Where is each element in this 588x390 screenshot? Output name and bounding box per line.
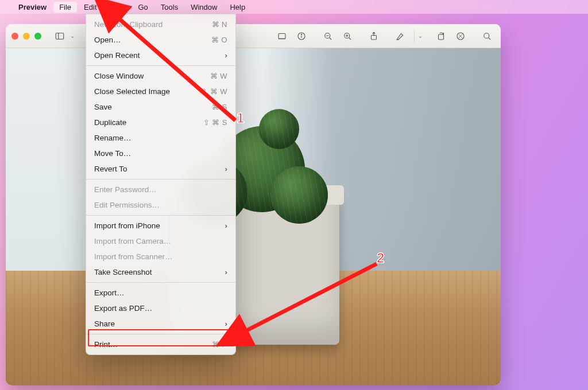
menu-item-shortcut: ⌘ O (211, 36, 227, 44)
menu-item-label: Take Screenshot (94, 268, 152, 276)
menu-item-label: Move To… (94, 149, 131, 158)
menu-item[interactable]: Share› (86, 316, 235, 332)
menu-item-label: Duplicate (94, 118, 126, 127)
chevron-right-icon: › (225, 165, 228, 173)
menu-item-label: Open… (94, 36, 121, 44)
menu-item[interactable]: Import from iPhone› (86, 218, 235, 233)
zoom-out-icon[interactable] (320, 28, 336, 44)
menu-item-label: Export as PDF… (94, 304, 152, 313)
menu-item-label: Save (94, 103, 112, 111)
menu-item-label: Print… (94, 340, 118, 349)
menu-item-shortcut: ⌘ N (212, 20, 228, 29)
menu-item-label: Close Window (94, 72, 144, 80)
menu-item[interactable]: Take Screenshot› (86, 264, 235, 280)
menu-file[interactable]: File (53, 2, 77, 13)
menu-item-shortcut: ⌘ W (210, 72, 227, 80)
sidebar-icon[interactable] (52, 28, 68, 44)
svg-point-19 (484, 33, 489, 38)
menu-item[interactable]: Export as PDF… (86, 301, 235, 316)
markup-dropdown-caret[interactable]: ⌄ (418, 33, 423, 39)
window-titlebar: ⌄ ⌄ (6, 24, 501, 48)
menu-item: Import from Scanner… (86, 249, 235, 264)
chevron-right-icon: › (225, 221, 228, 230)
menu-item-label: Rename… (94, 134, 131, 142)
chevron-right-icon: › (225, 319, 228, 328)
menu-item: Import from Camera… (86, 233, 235, 249)
svg-line-8 (330, 37, 331, 39)
menu-go[interactable]: Go (132, 2, 153, 13)
svg-rect-2 (278, 33, 285, 38)
menu-separator (86, 65, 235, 66)
menu-item-shortcut: ⇧ ⌘ W (201, 87, 227, 96)
menu-item-label: Enter Password… (94, 185, 157, 194)
menu-item-label: Close Selected Image (94, 87, 170, 96)
zoom-to-fit-icon[interactable] (274, 28, 290, 44)
menu-item: Edit Permissions… (86, 197, 235, 213)
app-menu[interactable]: Preview (13, 2, 52, 13)
share-icon[interactable] (366, 28, 382, 44)
traffic-lights (11, 33, 41, 40)
svg-line-11 (349, 37, 351, 39)
menu-separator (86, 282, 235, 283)
menu-item[interactable]: Rename… (86, 130, 235, 146)
menu-item-shortcut: ⌘ P (212, 340, 227, 349)
annotation-number-1: 1 (237, 110, 244, 126)
menu-item[interactable]: Open Recent› (86, 48, 235, 63)
menu-item[interactable]: Duplicate⇧ ⌘ S (86, 115, 235, 130)
svg-point-6 (301, 34, 301, 34)
menu-tools[interactable]: Tools (155, 2, 184, 13)
menu-item[interactable]: Close Window⌘ W (86, 68, 235, 84)
menu-item-label: Open Recent (94, 51, 140, 60)
menu-separator (86, 334, 235, 334)
markup-icon[interactable] (392, 28, 408, 44)
menu-item[interactable]: Close Selected Image⇧ ⌘ W (86, 84, 235, 99)
close-window-button[interactable] (11, 33, 18, 40)
menu-item-shortcut: ⇧ ⌘ S (203, 118, 227, 127)
menu-item-label: Export… (94, 288, 125, 297)
info-icon[interactable] (293, 28, 310, 44)
menu-item[interactable]: Save⌘ S (86, 99, 235, 115)
menu-item-label: Import from Camera… (94, 237, 171, 245)
menu-item-label: New from Clipboard (94, 20, 163, 29)
toolbar-separator (414, 30, 415, 42)
fullscreen-window-button[interactable] (34, 33, 41, 40)
chevron-right-icon: › (225, 268, 228, 276)
svg-rect-17 (439, 34, 444, 40)
annotation-number-2: 2 (377, 250, 384, 266)
menu-item: New from Clipboard⌘ N (86, 17, 235, 32)
menu-item[interactable]: Print…⌘ P (86, 337, 235, 352)
menu-item[interactable]: Move To… (86, 146, 235, 161)
menu-item: Enter Password… (86, 182, 235, 197)
menu-separator (86, 179, 235, 180)
menu-separator (86, 215, 235, 216)
highlight-icon[interactable] (452, 28, 469, 44)
menu-item-label: Revert To (94, 165, 127, 173)
menu-view[interactable]: View (104, 2, 131, 13)
macos-menubar: Preview File Edit View Go Tools Window H… (0, 0, 588, 14)
rotate-icon[interactable] (433, 28, 449, 44)
file-menu-dropdown: New from Clipboard⌘ NOpen…⌘ OOpen Recent… (86, 14, 236, 355)
menu-item[interactable]: Open…⌘ O (86, 32, 235, 48)
menu-item-label: Import from iPhone (94, 221, 160, 230)
menu-item-label: Edit Permissions… (94, 201, 160, 209)
minimize-window-button[interactable] (23, 33, 30, 40)
sidebar-dropdown-caret[interactable]: ⌄ (70, 33, 75, 39)
search-icon[interactable] (479, 28, 495, 44)
svg-line-20 (489, 37, 490, 39)
menu-window[interactable]: Window (185, 2, 223, 13)
zoom-in-icon[interactable] (339, 28, 355, 44)
menu-help[interactable]: Help (224, 2, 251, 13)
menu-item-label: Share (94, 319, 115, 328)
preview-window: ⌄ ⌄ (6, 24, 501, 385)
image-canvas[interactable] (6, 48, 501, 385)
menu-item-shortcut: ⌘ S (212, 103, 227, 111)
menu-item-label: Import from Scanner… (94, 252, 173, 261)
menu-item[interactable]: Revert To› (86, 161, 235, 177)
menu-edit[interactable]: Edit (78, 2, 102, 13)
chevron-right-icon: › (225, 51, 228, 60)
menu-item[interactable]: Export… (86, 285, 235, 301)
svg-rect-0 (56, 33, 64, 39)
